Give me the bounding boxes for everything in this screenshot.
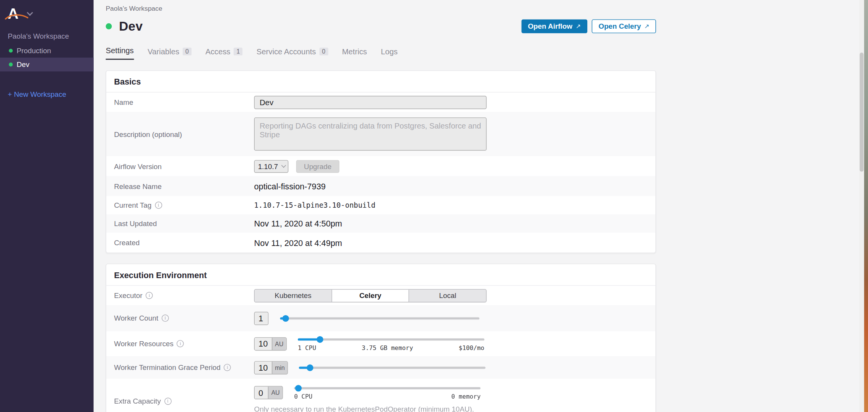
info-icon[interactable]: i <box>177 340 184 347</box>
tab-service-accounts[interactable]: Service Accounts 0 <box>257 47 328 60</box>
tab-logs[interactable]: Logs <box>381 47 398 60</box>
name-input[interactable] <box>254 96 486 109</box>
extra-capacity-cpu: 0 CPU <box>294 393 312 401</box>
name-label: Name <box>114 98 254 106</box>
current-tag-label-text: Current Tag <box>114 201 151 210</box>
logo-swoosh-icon <box>5 13 29 20</box>
executor-option-kubernetes[interactable]: Kubernetes <box>255 289 332 301</box>
worker-resources-label: Worker Resources i <box>114 339 254 348</box>
tab-count-badge: 0 <box>183 48 192 55</box>
worker-resources-unit: AU <box>271 337 286 350</box>
tab-access[interactable]: Access 1 <box>205 47 242 60</box>
vertical-scrollbar[interactable] <box>859 0 864 412</box>
info-icon[interactable]: i <box>164 397 171 405</box>
chevron-down-icon <box>281 163 286 168</box>
current-tag-label: Current Tag i <box>114 201 254 210</box>
created-label: Created <box>114 238 254 247</box>
tab-variables[interactable]: Variables 0 <box>148 47 192 60</box>
extra-capacity-label-text: Extra Capacity <box>114 397 161 405</box>
slider-thumb[interactable] <box>317 336 323 342</box>
worker-resources-value: 10 <box>255 337 271 350</box>
release-name-label: Release Name <box>114 182 254 191</box>
worker-resources-label-text: Worker Resources <box>114 339 173 348</box>
executor-label-text: Executor <box>114 291 142 300</box>
scrollbar-thumb[interactable] <box>860 53 863 172</box>
external-link-icon: ↗ <box>576 23 581 30</box>
worker-count-label: Worker Count i <box>114 314 254 322</box>
open-airflow-label: Open Airflow <box>528 22 572 30</box>
worker-resources-cpu: 1 CPU <box>298 344 316 352</box>
tab-metrics[interactable]: Metrics <box>342 47 367 60</box>
info-icon[interactable]: i <box>162 314 169 322</box>
tab-bar: Settings Variables 0 Access 1 Service Ac… <box>106 46 656 60</box>
page-title: Dev <box>119 18 143 33</box>
execution-card-title: Execution Environment <box>106 264 655 286</box>
extra-capacity-slider[interactable] <box>294 385 481 391</box>
worker-resources-price: $100/mo <box>459 344 484 352</box>
open-celery-label: Open Celery <box>598 22 641 30</box>
sidebar-item-dev[interactable]: Dev <box>0 58 94 72</box>
grace-period-input[interactable]: 10 min <box>254 361 288 374</box>
created-value: Nov 11, 2020 at 4:49pm <box>254 238 342 248</box>
info-icon[interactable]: i <box>224 364 231 371</box>
worker-resources-input[interactable]: 10 AU <box>254 337 286 350</box>
upgrade-button[interactable]: Upgrade <box>296 160 340 173</box>
last-updated-label: Last Updated <box>114 219 254 228</box>
tab-label: Settings <box>106 46 134 55</box>
worker-count-slider[interactable] <box>280 315 480 321</box>
tab-count-badge: 1 <box>234 48 242 55</box>
tab-count-badge: 0 <box>319 48 328 55</box>
sidebar: A Paola's Workspace Production Dev + New… <box>0 0 94 412</box>
executor-option-local[interactable]: Local <box>409 289 486 301</box>
tab-label: Metrics <box>342 47 367 56</box>
info-icon[interactable]: i <box>155 202 162 209</box>
tab-settings[interactable]: Settings <box>106 46 134 60</box>
external-link-icon: ↗ <box>644 23 649 30</box>
sidebar-item-production[interactable]: Production <box>0 44 94 57</box>
tab-label: Service Accounts <box>257 47 316 56</box>
worker-resources-slider[interactable] <box>298 336 484 342</box>
tab-label: Variables <box>148 47 179 56</box>
current-tag-value: 1.10.7-15-alpine3.10-onbuild <box>254 201 375 210</box>
deployment-status-dot-icon <box>106 23 112 29</box>
worker-count-input[interactable]: 1 <box>254 311 268 325</box>
breadcrumb: Paola's Workspace <box>106 0 656 12</box>
execution-environment-card: Execution Environment Executor i Kuberne… <box>106 264 656 412</box>
extra-capacity-label: Extra Capacity i <box>114 397 254 405</box>
sidebar-item-label: Production <box>16 47 51 55</box>
airflow-version-value: 1.10.7 <box>258 162 278 170</box>
slider-thumb[interactable] <box>307 364 314 371</box>
grace-period-label-text: Worker Termination Grace Period <box>114 363 221 372</box>
executor-option-celery[interactable]: Celery <box>332 289 409 301</box>
airflow-version-select[interactable]: 1.10.7 <box>254 160 288 173</box>
basics-card: Basics Name Description (optional) Airfl… <box>106 70 656 253</box>
tab-label: Access <box>205 47 230 56</box>
extra-capacity-input[interactable]: 0 AU <box>254 386 283 399</box>
status-dot-icon <box>9 49 13 52</box>
basics-card-title: Basics <box>106 71 655 92</box>
desktop-background-edge <box>864 0 868 412</box>
worker-count-value: 1 <box>255 312 268 324</box>
release-name-value: optical-fission-7939 <box>254 181 325 191</box>
sidebar-item-label: Dev <box>16 60 29 69</box>
open-airflow-button[interactable]: Open Airflow ↗ <box>521 19 587 33</box>
grace-period-unit: min <box>271 362 288 374</box>
worker-resources-memory: 3.75 GB memory <box>362 344 413 352</box>
grace-period-slider[interactable] <box>299 364 486 371</box>
extra-capacity-unit: AU <box>268 386 283 399</box>
grace-period-value: 10 <box>255 362 271 374</box>
main-area: Paola's Workspace Dev Open Airflow ↗ Ope… <box>94 0 860 412</box>
description-input[interactable] <box>254 117 486 151</box>
slider-thumb[interactable] <box>282 315 289 321</box>
executor-label: Executor i <box>114 291 254 300</box>
info-icon[interactable]: i <box>146 292 153 299</box>
new-workspace-link[interactable]: + New Workspace <box>8 90 86 99</box>
worker-count-label-text: Worker Count <box>114 314 158 322</box>
slider-thumb[interactable] <box>295 385 302 391</box>
status-dot-icon <box>9 63 13 67</box>
grace-period-label: Worker Termination Grace Period i <box>114 363 254 372</box>
sidebar-workspace-label: Paola's Workspace <box>0 22 94 44</box>
tab-label: Logs <box>381 47 398 56</box>
open-celery-button[interactable]: Open Celery ↗ <box>592 19 656 33</box>
astronomer-logo-icon[interactable]: A <box>8 6 18 22</box>
